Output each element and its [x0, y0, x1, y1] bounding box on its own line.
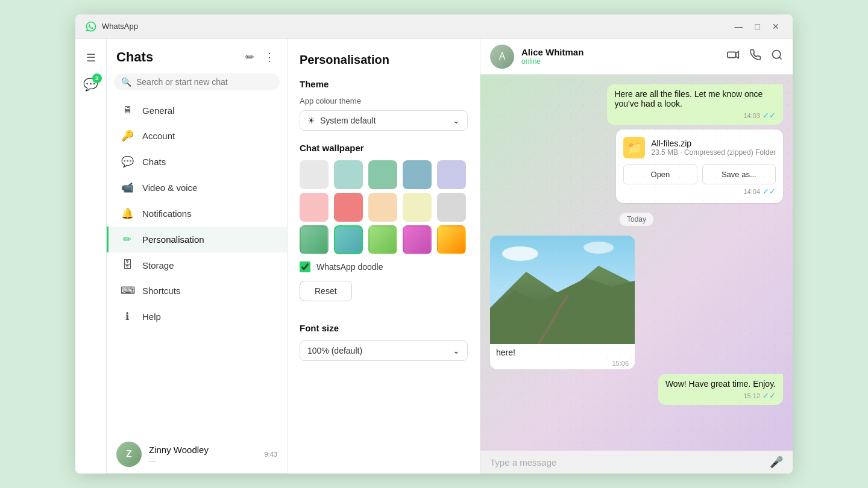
- wallpaper-swatch-3[interactable]: [368, 160, 397, 189]
- wallpaper-swatch-10[interactable]: [437, 193, 466, 222]
- doodle-checkbox[interactable]: [300, 261, 310, 272]
- message-text: Here are all the files. Let me know once…: [614, 89, 763, 108]
- general-label: General: [142, 105, 174, 116]
- chat-contact-name: Alice Whitman: [521, 47, 719, 57]
- chats-icon-button[interactable]: 💬 3: [79, 72, 103, 96]
- app-body: ☰ 💬 3 Chats ✏ ⋮ 🔍 �: [75, 39, 793, 474]
- icon-strip: ☰ 💬 3: [75, 39, 107, 474]
- account-label: Account: [142, 131, 175, 141]
- chat-list-avatar: Z: [116, 442, 142, 467]
- reset-button[interactable]: Reset: [300, 281, 352, 301]
- wallpaper-swatch-9[interactable]: [403, 193, 432, 222]
- theme-value: System default: [320, 116, 376, 125]
- minimize-button[interactable]: —: [731, 20, 747, 33]
- save-file-button[interactable]: Save as...: [702, 164, 776, 184]
- message-4: here! 15:06: [490, 236, 635, 369]
- chat-list-name: Zinny Woodley: [149, 445, 257, 455]
- microphone-icon[interactable]: 🎤: [770, 455, 783, 469]
- general-icon: 🖥: [121, 104, 134, 116]
- chat-list-info: Zinny Woodley ...: [149, 445, 257, 464]
- file-name: All-files.zip: [651, 139, 776, 148]
- doodle-label[interactable]: WhatsApp doodle: [316, 262, 383, 272]
- tick-icon-5: ✓✓: [763, 391, 776, 400]
- call-button[interactable]: [749, 48, 761, 64]
- svg-rect-0: [728, 52, 736, 57]
- zip-file-icon: 📁: [623, 137, 645, 158]
- menu-icon-button[interactable]: ☰: [79, 46, 103, 70]
- wallpaper-swatch-4[interactable]: [403, 160, 432, 189]
- sidebar-item-notifications[interactable]: 🔔 Notifications: [107, 201, 287, 227]
- message-time-5: 15:12 ✓✓: [665, 391, 776, 400]
- unread-badge: 3: [92, 74, 102, 83]
- wallpaper-swatch-11[interactable]: [300, 225, 329, 254]
- storage-icon: 🗄: [121, 259, 134, 271]
- message-input[interactable]: [490, 457, 763, 468]
- sidebar-item-help[interactable]: ℹ Help: [107, 304, 287, 330]
- wallpaper-swatch-14[interactable]: [403, 225, 432, 254]
- sidebar-item-account[interactable]: 🔑 Account: [107, 123, 287, 149]
- wallpaper-swatch-8[interactable]: [368, 193, 397, 222]
- maximize-button[interactable]: □: [752, 20, 764, 33]
- new-chat-button[interactable]: ✏: [243, 48, 257, 66]
- search-input[interactable]: [136, 77, 272, 87]
- wallpaper-swatch-6[interactable]: [300, 193, 329, 222]
- hamburger-icon: ☰: [86, 51, 96, 64]
- sidebar-item-general[interactable]: 🖥 General: [107, 98, 287, 123]
- wallpaper-section-title: Chat wallpaper: [300, 143, 468, 153]
- file-info: 📁 All-files.zip 23.5 MB · Compressed (zi…: [623, 137, 776, 158]
- chat-list-preview: ...: [149, 455, 257, 464]
- window-controls: — □ ✕: [731, 20, 783, 33]
- svg-point-8: [583, 242, 614, 254]
- wallpaper-swatch-7[interactable]: [334, 193, 363, 222]
- message-1: Here are all the files. Let me know once…: [607, 84, 783, 125]
- video-voice-label: Video & voice: [142, 183, 197, 193]
- chat-area: A Alice Whitman online: [480, 39, 793, 474]
- wallpaper-grid: [300, 160, 468, 254]
- svg-line-3: [779, 57, 782, 60]
- svg-point-7: [502, 246, 538, 261]
- video-call-button[interactable]: [726, 48, 740, 64]
- wallpaper-swatch-15[interactable]: [437, 225, 466, 254]
- sidebar-item-chats[interactable]: 💬 Chats: [107, 149, 287, 175]
- notifications-label: Notifications: [142, 208, 192, 219]
- wallpaper-swatch-1[interactable]: [300, 160, 329, 189]
- sidebar-item-personalisation[interactable]: ✏ Personalisation: [107, 227, 287, 252]
- shortcuts-label: Shortcuts: [142, 286, 180, 296]
- chats-label: Chats: [142, 157, 166, 167]
- photo-time: 15:06: [496, 360, 629, 367]
- wallpaper-swatch-5[interactable]: [437, 160, 466, 189]
- theme-dropdown[interactable]: ☀ System default ⌄: [300, 110, 468, 131]
- message-2: 📁 All-files.zip 23.5 MB · Compressed (zi…: [616, 130, 783, 203]
- sidebar-item-shortcuts[interactable]: ⌨ Shortcuts: [107, 278, 287, 304]
- svg-point-2: [773, 51, 781, 58]
- close-button[interactable]: ✕: [769, 20, 783, 33]
- open-file-button[interactable]: Open: [623, 164, 697, 184]
- wallpaper-swatch-12[interactable]: [334, 225, 363, 254]
- font-size-section: Font size 100% (default) ⌄: [300, 323, 468, 361]
- whatsapp-logo: [85, 20, 97, 33]
- chat-list-time: 9:43: [265, 451, 277, 458]
- video-icon: 📹: [121, 181, 134, 194]
- chat-search-button[interactable]: [771, 48, 783, 64]
- account-icon: 🔑: [121, 130, 134, 142]
- left-panel-header: Chats ✏ ⋮: [107, 39, 287, 71]
- svg-marker-1: [736, 52, 739, 58]
- sidebar-item-storage[interactable]: 🗄 Storage: [107, 252, 287, 278]
- left-panel: Chats ✏ ⋮ 🔍 🖥 General 🔑 Account: [107, 39, 288, 474]
- app-colour-label: App colour theme: [300, 96, 468, 105]
- search-bar: 🔍: [114, 74, 280, 90]
- font-size-chevron-icon: ⌄: [453, 346, 460, 355]
- wallpaper-swatch-13[interactable]: [368, 225, 397, 254]
- doodle-checkbox-row: WhatsApp doodle: [300, 261, 468, 272]
- chat-list-item[interactable]: Z Zinny Woodley ... 9:43: [107, 436, 287, 474]
- caption-text: here!: [496, 348, 515, 357]
- help-label: Help: [142, 311, 161, 322]
- date-divider: Today: [620, 213, 653, 226]
- wallpaper-swatch-2[interactable]: [334, 160, 363, 189]
- panel-title: Chats: [116, 49, 153, 65]
- search-icon: 🔍: [121, 77, 131, 87]
- sidebar-item-video-voice[interactable]: 📹 Video & voice: [107, 175, 287, 201]
- file-message-time: 14:04 ✓✓: [623, 187, 776, 196]
- menu-button[interactable]: ⋮: [262, 48, 277, 66]
- font-size-dropdown[interactable]: 100% (default) ⌄: [300, 340, 468, 361]
